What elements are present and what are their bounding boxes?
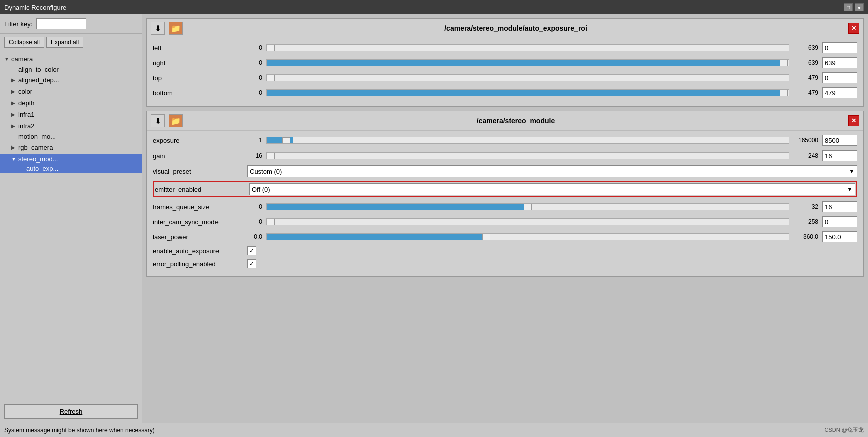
- slider-container-inter-cam-sync[interactable]: [266, 217, 789, 227]
- tree-item-infra2[interactable]: ▶ infra2: [0, 120, 142, 132]
- tree-child-auto-exp[interactable]: auto_exp...: [0, 164, 142, 173]
- tree-label-rgb-camera: rgb_camera: [18, 143, 53, 151]
- load-button-2[interactable]: 📁: [169, 114, 183, 127]
- tree-label-motion-mo: motion_mo...: [18, 133, 56, 140]
- param-value-inter-cam-sync[interactable]: [822, 216, 857, 227]
- slider-thumb-exposure[interactable]: [282, 137, 290, 144]
- tree-item-row-rgb-camera[interactable]: ▶ rgb_camera: [0, 142, 142, 152]
- tree-arrow-infra1: ▶: [11, 112, 18, 117]
- param-label-laser-power: laser_power: [153, 233, 243, 241]
- panel1-title: /camera/stereo_module/auto_exposure_roi: [187, 24, 844, 32]
- param-row-emitter-enabled: emitter_enabled Off (0) ▼: [155, 183, 855, 195]
- refresh-area: Refresh: [0, 400, 142, 423]
- tree-label-stereo-mod: stereo_mod...: [18, 155, 58, 163]
- checkbox-error-polling[interactable]: ✓: [247, 259, 256, 268]
- slider-thumb-right[interactable]: [780, 60, 788, 66]
- param-label-enable-auto-exposure: enable_auto_exposure: [153, 247, 243, 255]
- slider-thumb-left[interactable]: [267, 45, 275, 51]
- close-panel-2-button[interactable]: ✕: [848, 115, 859, 126]
- param-row-inter-cam-sync: inter_cam_sync_mode 0 258: [153, 216, 857, 227]
- tree-item-row-color[interactable]: ▶ color: [0, 87, 142, 96]
- param-max-laser-power: 360.0: [793, 233, 818, 240]
- tree-arrow-aligned-dep: ▶: [11, 77, 18, 83]
- dropdown-emitter-enabled[interactable]: Off (0) ▼: [249, 183, 855, 195]
- config-body-1: left 0 639 right 0: [147, 38, 863, 106]
- tree-item-row-infra2[interactable]: ▶ infra2: [0, 121, 142, 131]
- param-max-left: 639: [793, 44, 818, 51]
- slider-container-right[interactable]: [266, 58, 789, 68]
- close-window-button[interactable]: ●: [855, 3, 864, 11]
- save-button-2[interactable]: ⬇: [151, 114, 165, 127]
- param-value-left[interactable]: [822, 42, 857, 53]
- param-max-gain: 248: [793, 152, 818, 159]
- load-button-1[interactable]: 📁: [169, 22, 183, 35]
- slider-container-exposure[interactable]: [266, 135, 789, 145]
- tree-arrow-camera: ▼: [4, 56, 11, 62]
- dropdown-emitter-enabled-arrow: ▼: [847, 186, 853, 193]
- app-title: Dynamic Reconfigure: [4, 4, 66, 11]
- tree-item-aligned-dep[interactable]: ▶ aligned_dep...: [0, 74, 142, 86]
- tree-leaf-align-to-color[interactable]: align_to_color: [0, 65, 142, 74]
- tree-item-row-infra1[interactable]: ▶ infra1: [0, 110, 142, 119]
- close-panel-1-button[interactable]: ✕: [848, 23, 859, 34]
- slider-thumb-frames-queue-size[interactable]: [524, 204, 532, 210]
- slider-thumb-bottom[interactable]: [780, 90, 788, 96]
- slider-container-laser-power[interactable]: [266, 232, 789, 242]
- collapse-all-button[interactable]: Collapse all: [4, 37, 44, 48]
- status-message: System message might be shown here when …: [4, 427, 155, 434]
- tree-leaf-motion-mo[interactable]: motion_mo...: [0, 132, 142, 141]
- title-bar: Dynamic Reconfigure □ ●: [0, 0, 868, 14]
- checkbox-enable-auto-exposure[interactable]: ✓: [247, 246, 256, 255]
- tree-item-infra1[interactable]: ▶ infra1: [0, 109, 142, 120]
- refresh-button[interactable]: Refresh: [4, 404, 138, 419]
- tree-arrow-depth: ▶: [11, 100, 18, 106]
- slider-thumb-laser-power[interactable]: [482, 234, 490, 240]
- expand-all-button[interactable]: Expand all: [46, 37, 83, 48]
- sidebar-filter-header: Filter key:: [0, 14, 142, 34]
- tree-arrow-stereo-mod: ▼: [11, 156, 18, 162]
- slider-thumb-gain[interactable]: [267, 153, 275, 159]
- slider-track-exposure: [266, 137, 789, 144]
- param-value-exposure[interactable]: [822, 135, 857, 146]
- param-min-laser-power: 0.0: [247, 233, 262, 240]
- param-value-frames-queue-size[interactable]: [822, 201, 857, 212]
- save-button-1[interactable]: ⬇: [151, 22, 165, 35]
- sidebar: Filter key: Collapse all Expand all ▼ ca…: [0, 14, 142, 423]
- config-header-2: ⬇ 📁 /camera/stereo_module ✕: [147, 111, 863, 131]
- tree-label-auto-exp: auto_exp...: [26, 165, 58, 172]
- tree-item-depth[interactable]: ▶ depth: [0, 97, 142, 109]
- slider-track-gain: [266, 152, 789, 159]
- param-value-gain[interactable]: [822, 150, 857, 161]
- param-label-frames-queue-size: frames_queue_size: [153, 203, 243, 211]
- slider-track-bottom: [266, 89, 789, 96]
- slider-container-bottom[interactable]: [266, 88, 789, 98]
- tree-item-color[interactable]: ▶ color: [0, 86, 142, 97]
- slider-thumb-inter-cam-sync[interactable]: [267, 219, 275, 225]
- param-value-right[interactable]: [822, 57, 857, 68]
- slider-track-top: [266, 74, 789, 81]
- dropdown-visual-preset[interactable]: Custom (0) ▼: [247, 165, 857, 177]
- param-value-top[interactable]: [822, 72, 857, 83]
- param-min-left: 0: [247, 44, 262, 51]
- tree-item-row-aligned-dep[interactable]: ▶ aligned_dep...: [0, 75, 142, 85]
- tree-item-stereo-mod[interactable]: ▼ stereo_mod... auto_exp...: [0, 153, 142, 174]
- minimize-button[interactable]: □: [844, 3, 853, 11]
- tree-item-row-stereo-mod[interactable]: ▼ stereo_mod...: [0, 154, 142, 164]
- tree-item-camera[interactable]: ▼ camera: [0, 53, 142, 65]
- tree-item-row-camera[interactable]: ▼ camera: [0, 54, 142, 64]
- slider-container-left[interactable]: [266, 43, 789, 53]
- param-label-right: right: [153, 59, 243, 67]
- slider-thumb-top[interactable]: [267, 75, 275, 81]
- param-value-bottom[interactable]: [822, 87, 857, 98]
- tree-arrow-color: ▶: [11, 89, 18, 94]
- status-bar: System message might be shown here when …: [0, 423, 868, 437]
- slider-fill-bottom: [267, 90, 784, 96]
- dropdown-emitter-enabled-value: Off (0): [252, 186, 270, 193]
- tree-item-row-depth[interactable]: ▶ depth: [0, 98, 142, 108]
- slider-container-frames-queue-size[interactable]: [266, 202, 789, 212]
- filter-key-input[interactable]: [36, 18, 86, 29]
- slider-container-top[interactable]: [266, 73, 789, 83]
- tree-item-rgb-camera[interactable]: ▶ rgb_camera: [0, 141, 142, 153]
- slider-container-gain[interactable]: [266, 151, 789, 161]
- param-value-laser-power[interactable]: [822, 231, 857, 242]
